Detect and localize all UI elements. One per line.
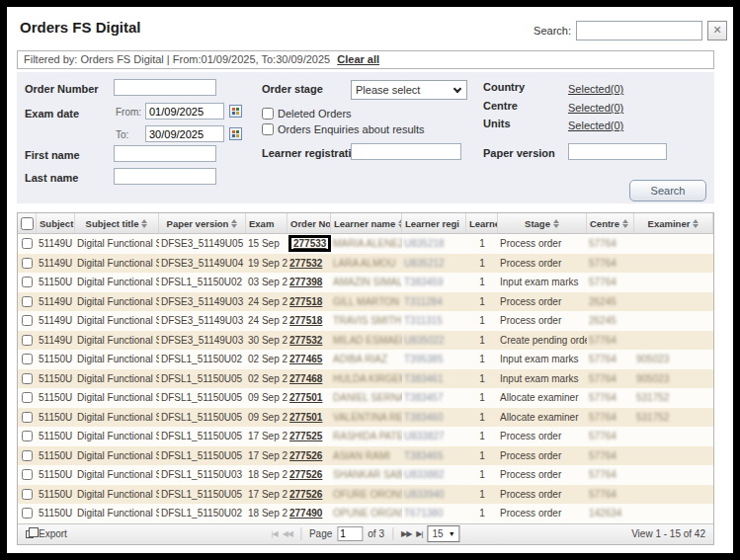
order-stage-select[interactable]: Please select bbox=[351, 80, 467, 100]
row-checkbox[interactable] bbox=[22, 469, 33, 480]
pager-last-button[interactable]: ▶| bbox=[416, 529, 422, 538]
row-checkbox[interactable] bbox=[22, 392, 33, 403]
centre-selected-link[interactable]: Selected(0) bbox=[568, 102, 623, 114]
cell-paper_version: DFSL1_51150U03 bbox=[159, 465, 246, 485]
cell-exam_date-value: 17 Sep 2 bbox=[248, 450, 288, 461]
table-row: 51149UDigital Functional SkillDFSE3_5114… bbox=[18, 331, 713, 351]
column-header-subject[interactable]: Subject bbox=[37, 213, 75, 233]
cell-learner_name-value: HULDA KIRGEMNO bbox=[333, 373, 402, 384]
cell-subject_title-value: Digital Functional Skill bbox=[77, 373, 159, 384]
row-checkbox[interactable] bbox=[22, 508, 33, 519]
order-number-link[interactable]: 277525 bbox=[289, 431, 322, 441]
paper-version-input[interactable] bbox=[568, 143, 667, 160]
orders-enquiries-checkbox[interactable] bbox=[262, 123, 274, 135]
cell-exam_date: 17 Sep 2 bbox=[246, 427, 288, 446]
cell-order_no: 277532 bbox=[288, 254, 331, 274]
column-header-paper_version[interactable]: Paper version bbox=[159, 213, 246, 233]
order-number-input[interactable] bbox=[114, 79, 216, 96]
cell-paper_version: DFSL1_51150U05 bbox=[159, 369, 246, 389]
calendar-icon[interactable] bbox=[229, 127, 242, 140]
first-name-input[interactable] bbox=[114, 145, 216, 162]
cell-subject_title: Digital Functional Skill bbox=[75, 254, 159, 274]
row-checkbox[interactable] bbox=[22, 373, 33, 384]
cell-subject_title: Digital Functional Skill bbox=[75, 427, 159, 446]
column-header-learner_name[interactable]: Learner name bbox=[331, 213, 402, 233]
row-checkbox[interactable] bbox=[22, 277, 33, 287]
cell-order_no: 277532 bbox=[288, 331, 331, 351]
page-number-input[interactable] bbox=[337, 526, 363, 541]
cell-stage: Input exam marks bbox=[498, 350, 587, 369]
row-checkbox[interactable] bbox=[22, 354, 33, 364]
cell-subject: 51150U bbox=[37, 388, 75, 408]
order-number-link[interactable]: 277518 bbox=[289, 315, 322, 326]
order-number-link[interactable]: 277398 bbox=[289, 277, 322, 287]
cell-learner_name: MARIA ALENEZI bbox=[331, 234, 402, 254]
export-button[interactable]: Export bbox=[26, 528, 67, 539]
row-checkbox[interactable] bbox=[22, 489, 33, 500]
row-checkbox[interactable] bbox=[22, 315, 33, 326]
order-number-link[interactable]: 277501 bbox=[289, 392, 322, 403]
learner-registration-input[interactable] bbox=[351, 143, 461, 160]
order-number-link[interactable]: 277465 bbox=[289, 354, 322, 364]
column-header-label: Stage bbox=[525, 218, 550, 229]
row-checkbox[interactable] bbox=[22, 258, 33, 269]
order-number-link[interactable]: 277526 bbox=[289, 469, 322, 480]
cell-learners: 1 bbox=[466, 427, 498, 446]
deleted-orders-checkbox[interactable] bbox=[262, 108, 274, 120]
last-name-input[interactable] bbox=[114, 168, 216, 185]
column-header-stage[interactable]: Stage bbox=[498, 213, 587, 233]
order-number-link[interactable]: 277468 bbox=[289, 373, 322, 384]
cell-order_no: 277468 bbox=[288, 369, 331, 389]
exam-date-from-input[interactable] bbox=[145, 103, 224, 120]
search-input[interactable] bbox=[576, 21, 702, 40]
cell-learner_reg: T383459 bbox=[402, 273, 466, 292]
table-row: 51150UDigital Functional SkillDFSL1_5115… bbox=[18, 350, 713, 369]
column-header-examiner[interactable]: Examiner bbox=[634, 213, 713, 233]
table-header-row: SubjectSubject titlePaper versionExamOrd… bbox=[18, 213, 713, 234]
pager-next-button[interactable]: ▶▶ bbox=[401, 529, 411, 538]
pager-prev-button[interactable]: ◀◀ bbox=[283, 529, 292, 538]
exam-date-to-input[interactable] bbox=[145, 125, 224, 142]
row-checkbox[interactable] bbox=[22, 335, 33, 346]
page-size-select[interactable]: 15 ▼ bbox=[428, 525, 460, 542]
order-number-link[interactable]: 277533 bbox=[293, 238, 326, 249]
search-clear-button[interactable]: ✕ bbox=[707, 21, 727, 40]
country-selected-link[interactable]: Selected(0) bbox=[568, 83, 623, 95]
units-selected-link[interactable]: Selected(0) bbox=[568, 120, 623, 131]
units-label: Units bbox=[483, 118, 511, 129]
calendar-icon[interactable] bbox=[229, 105, 242, 118]
pager-first-button[interactable]: |◀ bbox=[271, 529, 277, 538]
cell-learner_reg-value: U835022 bbox=[404, 335, 445, 346]
column-header-order_no[interactable]: Order No bbox=[288, 213, 331, 233]
cell-learner_reg-value: T383465 bbox=[404, 450, 443, 461]
order-number-link[interactable]: 277532 bbox=[289, 258, 322, 269]
column-header-learner_reg[interactable]: Learner regi bbox=[402, 213, 466, 233]
select-all-checkbox[interactable] bbox=[21, 217, 34, 230]
cell-subject-value: 51150U bbox=[39, 508, 72, 519]
row-checkbox[interactable] bbox=[22, 412, 33, 423]
row-checkbox[interactable] bbox=[22, 450, 33, 461]
column-header-learners[interactable]: Learner bbox=[466, 213, 498, 233]
row-checkbox[interactable] bbox=[22, 431, 33, 441]
row-checkbox[interactable] bbox=[22, 296, 33, 307]
sort-icon bbox=[141, 219, 147, 228]
cell-exam_date-value: 19 Sep 2 bbox=[248, 258, 288, 269]
search-button[interactable]: Search bbox=[629, 180, 706, 201]
column-header-subject_title[interactable]: Subject title bbox=[75, 213, 159, 233]
column-header-cb[interactable] bbox=[18, 213, 37, 233]
order-number-link[interactable]: 277501 bbox=[289, 412, 322, 423]
row-checkbox[interactable] bbox=[22, 238, 33, 249]
order-number-link[interactable]: 277518 bbox=[289, 296, 322, 307]
cell-centre-value: 57764 bbox=[589, 392, 617, 403]
cell-centre-value: 57764 bbox=[589, 412, 617, 423]
order-number-link[interactable]: 277526 bbox=[289, 450, 322, 461]
order-number-link[interactable]: 277526 bbox=[289, 489, 322, 500]
column-header-exam_date[interactable]: Exam bbox=[246, 213, 288, 233]
cell-learner_name-value: LARA ALMOU bbox=[333, 258, 395, 269]
clear-all-link[interactable]: Clear all bbox=[337, 53, 379, 65]
order-number-link[interactable]: 277532 bbox=[289, 335, 322, 346]
row-checkbox-cell bbox=[18, 273, 37, 292]
cell-learners-value: 1 bbox=[479, 508, 485, 519]
column-header-centre[interactable]: Centre bbox=[587, 213, 634, 233]
order-number-link[interactable]: 277490 bbox=[289, 508, 322, 519]
